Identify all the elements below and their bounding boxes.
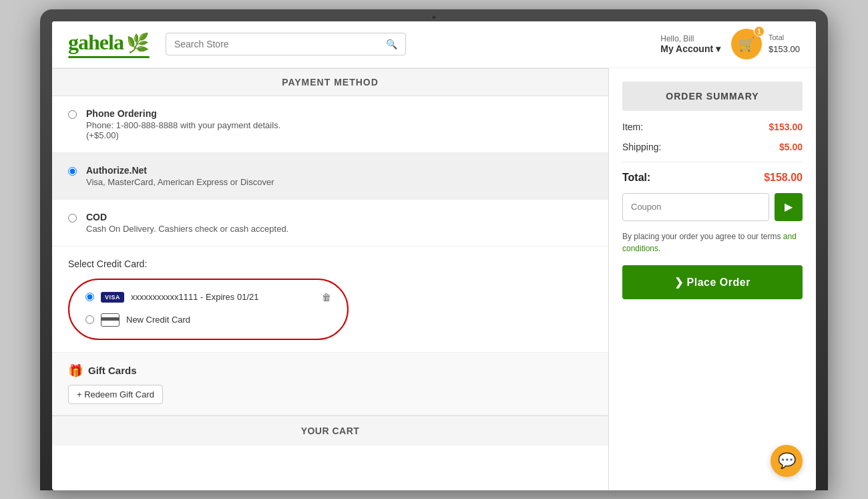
gift-icon: 🎁: [68, 363, 83, 378]
payment-option-cod: COD Cash On Delivery. Cashiers check or …: [52, 200, 608, 246]
search-bar[interactable]: 🔍: [166, 33, 406, 55]
cart-total: Total $153.00: [769, 33, 800, 55]
logo[interactable]: gahela 🌿: [68, 30, 150, 58]
credit-card-oval: VISA xxxxxxxxxxx1111 - Expires 01/21 🗑 N…: [68, 279, 349, 340]
order-summary-header: ORDER SUMMARY: [622, 81, 803, 111]
account-info: Hello, Bill My Account ▾: [660, 34, 720, 54]
laptop-screen: gahela 🌿 🔍 Hello, Bill My Account ▾ 🛒: [52, 21, 816, 490]
cart-total-label: Total: [769, 33, 800, 43]
terms-text-suffix: .: [658, 244, 660, 253]
coupon-submit-button[interactable]: ▶: [775, 193, 803, 221]
visa-badge: VISA: [101, 292, 124, 303]
payment-radio-phone[interactable]: [68, 110, 77, 119]
total-label: Total:: [622, 172, 650, 184]
shipping-value: $5.00: [779, 142, 803, 152]
payment-radio-cod[interactable]: [68, 214, 77, 222]
payment-option-authorize-content: Authorize.Net Visa, MasterCard, American…: [86, 165, 592, 187]
payment-radio-authorize[interactable]: [68, 167, 77, 176]
payment-option-authorize: Authorize.Net Visa, MasterCard, American…: [52, 153, 608, 200]
payment-phone-title: Phone Ordering: [86, 108, 592, 119]
coupon-row: ▶: [622, 193, 803, 221]
total-value: $158.00: [764, 172, 803, 184]
logo-underline: [68, 56, 150, 58]
credit-card-label: Select Credit Card:: [68, 259, 592, 269]
payment-phone-surcharge: (+$5.00): [86, 130, 119, 140]
payment-cod-desc: Cash On Delivery. Cashiers check or cash…: [86, 224, 592, 234]
chat-button[interactable]: 💬: [771, 445, 803, 477]
cart-badge: 1: [754, 26, 765, 37]
cart-total-value: $153.00: [769, 43, 800, 55]
total-row: Total: $158.00: [622, 172, 803, 184]
hello-text: Hello, Bill: [660, 34, 720, 43]
payment-option-phone: Phone Ordering Phone: 1-800-888-8888 wit…: [52, 96, 608, 153]
laptop-shell: gahela 🌿 🔍 Hello, Bill My Account ▾ 🛒: [40, 9, 828, 490]
credit-card-section: Select Credit Card: VISA xxxxxxxxxxx1111…: [52, 246, 608, 353]
shipping-row: Shipping: $5.00: [622, 142, 803, 152]
payment-authorize-title: Authorize.Net: [86, 165, 592, 176]
header-right: Hello, Bill My Account ▾ 🛒 1 Total $153.…: [660, 29, 800, 59]
gift-cards-header: 🎁 Gift Cards: [68, 363, 592, 378]
gift-cards-section: 🎁 Gift Cards + Redeem Gift Card: [52, 353, 608, 415]
delete-card-icon[interactable]: 🗑: [322, 292, 331, 303]
cart-widget[interactable]: 🛒 1 Total $153.00: [731, 29, 800, 59]
new-card-radio[interactable]: [85, 315, 94, 324]
payment-authorize-desc: Visa, MasterCard, American Express or Di…: [86, 177, 592, 187]
my-account-dropdown[interactable]: My Account ▾: [660, 43, 720, 54]
new-card-option: New Credit Card: [83, 308, 334, 332]
item-label: Item:: [622, 122, 643, 132]
payment-option-cod-content: COD Cash On Delivery. Cashiers check or …: [86, 212, 592, 234]
shipping-label: Shipping:: [622, 142, 661, 152]
right-panel: ORDER SUMMARY Item: $153.00 Shipping: $5…: [609, 68, 816, 490]
logo-leaf-icon: 🌿: [126, 32, 150, 54]
credit-card-icon: [101, 313, 120, 327]
your-cart-section: Your Cart: [52, 415, 608, 446]
coupon-arrow-icon: ▶: [785, 200, 793, 213]
terms-text: By placing your order you agree to our t…: [622, 230, 803, 255]
saved-card-option: VISA xxxxxxxxxxx1111 - Expires 01/21 🗑: [83, 287, 334, 308]
header: gahela 🌿 🔍 Hello, Bill My Account ▾ 🛒: [52, 21, 816, 68]
payment-option-phone-content: Phone Ordering Phone: 1-800-888-8888 wit…: [86, 108, 592, 140]
left-panel: PAYMENT METHOD Phone Ordering Phone: 1-8…: [52, 68, 609, 490]
search-icon: 🔍: [386, 39, 397, 49]
camera: [431, 15, 437, 20]
card-stripe: [101, 317, 119, 321]
cart-icon-button[interactable]: 🛒 1: [731, 29, 762, 59]
payment-phone-desc: Phone: 1-800-888-8888 with your payment …: [86, 120, 592, 140]
search-input[interactable]: [174, 39, 386, 49]
place-order-button[interactable]: ❯ Place Order: [622, 265, 803, 299]
saved-card-radio[interactable]: [85, 293, 94, 301]
logo-text: gahela: [68, 30, 124, 55]
redeem-gift-card-button[interactable]: + Redeem Gift Card: [68, 385, 163, 404]
gift-cards-title: Gift Cards: [88, 365, 137, 376]
payment-cod-title: COD: [86, 212, 592, 222]
coupon-input[interactable]: [622, 193, 769, 221]
item-value: $153.00: [769, 122, 803, 132]
cart-icon: 🛒: [738, 36, 755, 52]
card-number: xxxxxxxxxxx1111 - Expires 01/21: [131, 292, 315, 302]
terms-text-prefix: By placing your order you agree to our t…: [622, 232, 783, 241]
new-card-label: New Credit Card: [126, 315, 190, 325]
item-row: Item: $153.00: [622, 122, 803, 132]
payment-method-header: PAYMENT METHOD: [52, 68, 608, 96]
summary-divider: [622, 162, 803, 162]
chat-icon: 💬: [778, 452, 796, 470]
main-content: PAYMENT METHOD Phone Ordering Phone: 1-8…: [52, 68, 816, 490]
